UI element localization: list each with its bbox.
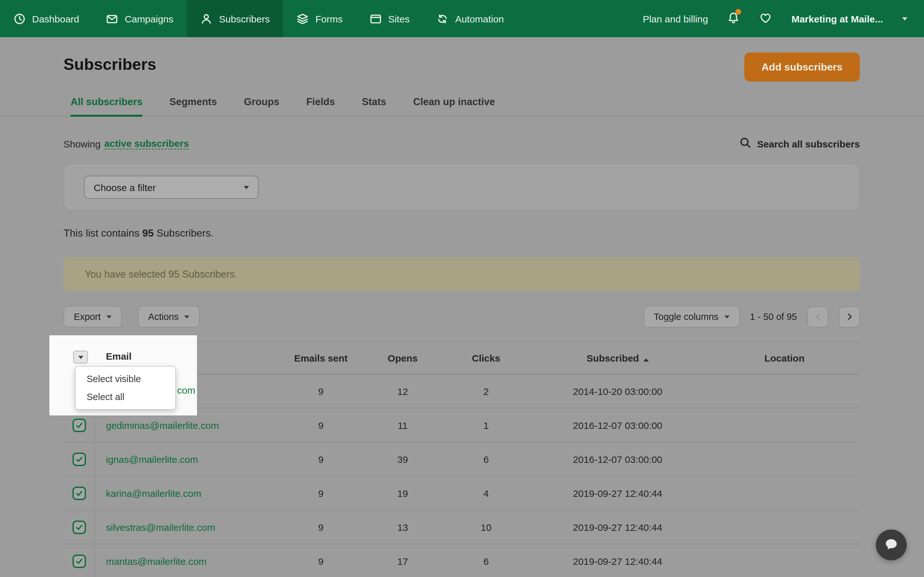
pagination-range: 1 - 50 of 95 xyxy=(750,311,797,322)
nav-item-sites[interactable]: Sites xyxy=(356,0,423,37)
table-row: silvestras@mailerlite.com 9 13 10 2019-0… xyxy=(63,510,860,544)
column-header-emails-sent[interactable]: Emails sent xyxy=(282,352,359,363)
nav-left-group: Dashboard Campaigns Subscribers Forms xyxy=(0,0,517,37)
subscriber-email-link[interactable]: silvestras@mailerlite.com xyxy=(106,522,215,532)
opens-cell: 39 xyxy=(359,454,446,464)
summary-prefix: This list contains xyxy=(63,227,140,239)
actions-label: Actions xyxy=(148,311,179,322)
showing-row: Showing active subscribers Search all su… xyxy=(63,136,860,151)
tab-all-subscribers[interactable]: All subscribers xyxy=(71,89,142,117)
opens-cell: 13 xyxy=(359,522,446,532)
emails-sent-cell: 9 xyxy=(282,556,359,566)
emails-sent-cell: 9 xyxy=(282,522,359,532)
chevron-down-icon xyxy=(724,315,729,318)
subscriber-email-link[interactable]: mantas@mailerlite.com xyxy=(106,556,207,566)
tab-segments[interactable]: Segments xyxy=(170,89,217,117)
row-checkbox[interactable] xyxy=(72,520,86,534)
nav-item-forms[interactable]: Forms xyxy=(283,0,356,37)
sync-icon xyxy=(437,13,449,25)
row-checkbox[interactable] xyxy=(72,486,86,500)
select-all-dropdown-button[interactable] xyxy=(73,351,88,364)
subscribed-cell: 2019-09-27 12:40:44 xyxy=(526,556,709,566)
active-subscribers-link[interactable]: active subscribers xyxy=(104,138,189,149)
chevron-right-icon xyxy=(845,312,854,321)
chevron-down-icon xyxy=(78,356,83,359)
menu-item-select-all[interactable]: Select all xyxy=(76,388,175,406)
emails-sent-cell: 9 xyxy=(282,488,359,498)
menu-item-select-visible[interactable]: Select visible xyxy=(76,370,175,388)
search-label: Search all subscribers xyxy=(757,138,860,149)
nav-item-campaigns[interactable]: Campaigns xyxy=(93,0,187,37)
table-row: mantas@mailerlite.com 9 17 6 2019-09-27 … xyxy=(63,544,860,577)
subscribed-cell: 2016-12-07 03:00:00 xyxy=(526,454,709,464)
column-header-location[interactable]: Location xyxy=(709,352,860,363)
row-checkbox[interactable] xyxy=(72,554,86,568)
row-checkbox[interactable] xyxy=(72,418,86,432)
nav-item-automation[interactable]: Automation xyxy=(423,0,517,37)
actions-button[interactable]: Actions xyxy=(138,306,200,327)
sort-ascending-icon xyxy=(644,358,649,361)
email-column-header: Email xyxy=(106,351,132,362)
nav-item-subscribers[interactable]: Subscribers xyxy=(187,0,283,37)
nav-right-group: Plan and billing Marketing at Maile... xyxy=(643,0,924,37)
subscribed-cell: 2019-09-27 12:40:44 xyxy=(526,522,709,532)
clock-icon xyxy=(13,13,26,25)
chevron-left-icon xyxy=(813,312,822,321)
envelope-icon xyxy=(106,13,118,25)
subscriber-email-link[interactable]: ignas@mailerlite.com xyxy=(106,454,198,464)
plan-and-billing-link[interactable]: Plan and billing xyxy=(643,13,708,24)
tab-groups[interactable]: Groups xyxy=(244,89,279,117)
user-icon xyxy=(200,13,213,25)
emails-sent-cell: 9 xyxy=(282,420,359,430)
table-row: karina@mailerlite.com 9 19 4 2019-09-27 … xyxy=(63,476,860,510)
chevron-down-icon xyxy=(184,315,190,318)
checkbox-cell xyxy=(63,544,95,577)
chevron-down-icon[interactable] xyxy=(902,17,907,20)
search-all-subscribers[interactable]: Search all subscribers xyxy=(739,137,860,151)
opens-cell: 12 xyxy=(359,386,446,396)
opens-cell: 17 xyxy=(359,556,446,566)
account-menu[interactable]: Marketing at Maile... xyxy=(792,13,883,24)
table-row: ignas@mailerlite.com 9 39 6 2016-12-07 0… xyxy=(63,442,860,476)
column-header-subscribed[interactable]: Subscribed xyxy=(526,352,709,363)
subscribed-cell: 2016-12-07 03:00:00 xyxy=(526,420,709,430)
checkbox-cell xyxy=(63,510,95,544)
nav-item-dashboard[interactable]: Dashboard xyxy=(0,0,93,37)
export-label: Export xyxy=(74,311,101,322)
subscriber-email-link[interactable]: gediminas@mailerlite.com xyxy=(106,420,219,430)
notifications-button[interactable] xyxy=(727,11,740,26)
column-header-opens[interactable]: Opens xyxy=(359,352,446,363)
selection-banner-text: You have selected 95 Subscribers. xyxy=(85,268,237,280)
favorites-button[interactable] xyxy=(759,11,772,26)
toggle-columns-label: Toggle columns xyxy=(654,311,719,322)
tab-stats[interactable]: Stats xyxy=(362,89,386,117)
toggle-columns-button[interactable]: Toggle columns xyxy=(644,306,740,327)
add-subscribers-button[interactable]: Add subscribers xyxy=(744,53,860,81)
column-header-clicks[interactable]: Clicks xyxy=(446,352,526,363)
tab-fields[interactable]: Fields xyxy=(306,89,335,117)
page-title: Subscribers xyxy=(63,55,156,74)
checkbox-cell xyxy=(63,442,95,476)
nav-label-subscribers: Subscribers xyxy=(219,13,270,24)
chat-launcher[interactable] xyxy=(876,530,907,560)
row-checkbox[interactable] xyxy=(72,452,86,466)
nav-label-forms: Forms xyxy=(315,13,342,24)
tab-clean-up-inactive[interactable]: Clean up inactive xyxy=(413,89,495,117)
emails-sent-cell: 9 xyxy=(282,454,359,464)
chevron-down-icon xyxy=(107,315,111,318)
chevron-down-icon xyxy=(244,185,249,189)
notification-dot xyxy=(736,9,741,15)
partial-email-text: com xyxy=(177,385,195,396)
previous-page-button[interactable] xyxy=(807,306,829,327)
toolbar-right-group: Toggle columns 1 - 50 of 95 xyxy=(644,306,860,327)
choose-filter-select[interactable]: Choose a filter xyxy=(84,176,258,199)
emails-sent-cell: 9 xyxy=(282,386,359,396)
subscriber-email-link[interactable]: karina@mailerlite.com xyxy=(106,488,201,498)
clicks-cell: 4 xyxy=(446,488,526,498)
choose-filter-label: Choose a filter xyxy=(94,182,156,193)
next-page-button[interactable] xyxy=(838,306,860,327)
top-nav: Dashboard Campaigns Subscribers Forms xyxy=(0,0,924,37)
chat-icon xyxy=(884,536,899,554)
layers-icon xyxy=(297,13,309,25)
export-button[interactable]: Export xyxy=(63,306,122,327)
